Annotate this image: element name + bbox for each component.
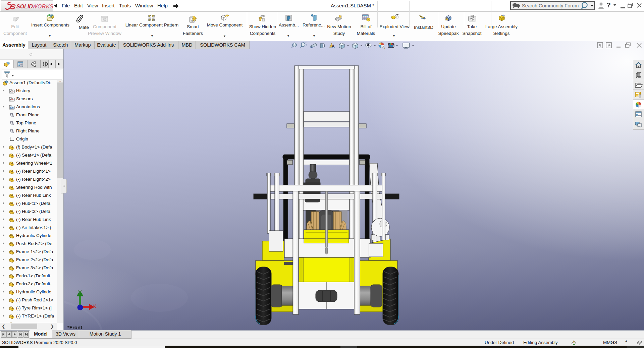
- svg-text:A: A: [332, 44, 335, 49]
- svg-text:WORKS: WORKS: [32, 4, 53, 9]
- svg-text:*Front: *Front: [67, 325, 82, 330]
- svg-text:SOLID: SOLID: [16, 4, 33, 9]
